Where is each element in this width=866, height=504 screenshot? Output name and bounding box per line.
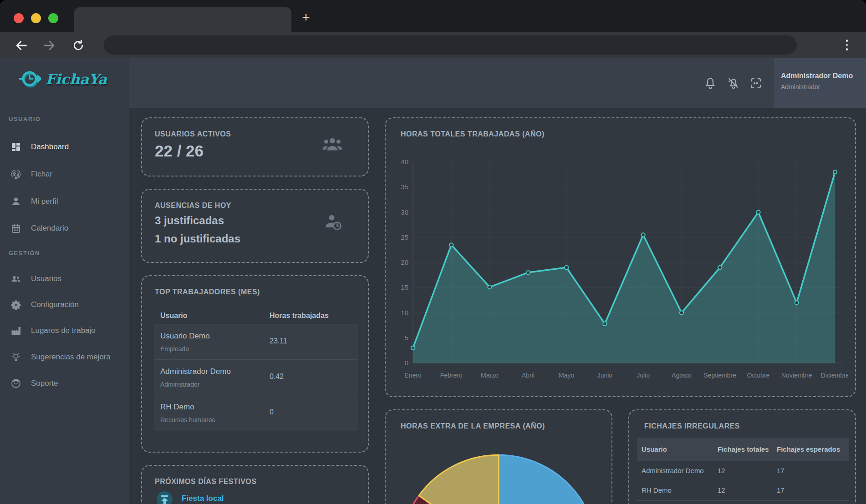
sidebar-item-mi-perfil[interactable]: Mi perfil bbox=[0, 188, 129, 215]
sidebar-item-sugerencias[interactable]: Sugerencias de mejora bbox=[0, 344, 129, 370]
card-horas-totales: HORAS TOTALES TRABAJADAS (AÑO) 051015202… bbox=[385, 117, 856, 397]
svg-text:Noviembre: Noviembre bbox=[781, 372, 812, 379]
dashboard-content: USUARIOS ACTIVOS 22 / 26 AUSENCIAS DE HO… bbox=[129, 108, 866, 504]
app-logo[interactable]: FichaYa bbox=[18, 67, 107, 91]
gear-icon bbox=[10, 299, 21, 310]
table-row: Administrador Demo 12 17 bbox=[637, 461, 849, 481]
sidebar-item-dashboard[interactable]: Dashboard bbox=[0, 134, 129, 160]
person-clock-icon bbox=[324, 213, 343, 231]
logo-text: FichaYa bbox=[46, 71, 107, 87]
svg-text:Octubre: Octubre bbox=[747, 372, 770, 379]
svg-text:Abril: Abril bbox=[522, 372, 535, 379]
table-row: Usuario Demo Empleado 23.11 bbox=[154, 324, 358, 360]
holiday-publish-icon bbox=[157, 491, 173, 504]
user-role: Administrador bbox=[781, 83, 866, 91]
url-bar[interactable] bbox=[104, 35, 797, 55]
browser-toolbar bbox=[0, 32, 866, 58]
sidebar-section-gestion: GESTIÓN bbox=[9, 250, 40, 257]
svg-text:15: 15 bbox=[401, 283, 408, 291]
browser-tab-strip: + bbox=[0, 0, 866, 32]
svg-text:Septiembre: Septiembre bbox=[703, 372, 736, 379]
svg-text:5: 5 bbox=[405, 334, 408, 342]
card-horas-extra: HORAS EXTRA DE LA EMPRESA (AÑO) bbox=[385, 409, 612, 504]
svg-text:Mayo: Mayo bbox=[559, 372, 574, 379]
svg-text:Junio: Junio bbox=[597, 372, 613, 379]
sidebar-item-usuarios[interactable]: Usuarios bbox=[0, 266, 129, 292]
reload-button[interactable] bbox=[72, 39, 85, 52]
card-title: TOP TRABAJADORES (MES) bbox=[155, 288, 260, 296]
back-arrow-icon bbox=[15, 39, 28, 52]
minimize-window-button[interactable] bbox=[31, 13, 41, 23]
close-window-button[interactable] bbox=[14, 13, 24, 23]
svg-text:Agosto: Agosto bbox=[672, 372, 692, 379]
absences-justified: 3 justificadas bbox=[155, 214, 224, 227]
notifications-button[interactable] bbox=[704, 77, 717, 90]
card-usuarios-activos: USUARIOS ACTIVOS 22 / 26 bbox=[141, 117, 369, 176]
card-top-trabajadores: TOP TRABAJADORES (MES) Usuario Horas tra… bbox=[141, 275, 369, 453]
svg-text:30: 30 bbox=[401, 208, 408, 216]
sidebar-item-calendario[interactable]: Calendario bbox=[0, 215, 129, 242]
reload-icon bbox=[72, 39, 85, 52]
line-chart: 0510152025303540EneroFebreroMarzoAbrilMa… bbox=[395, 157, 848, 389]
absences-unjustified: 1 no justificadas bbox=[155, 232, 240, 245]
user-name: Administrador Demo bbox=[781, 72, 866, 80]
maximize-window-button[interactable] bbox=[48, 13, 58, 23]
svg-text:25: 25 bbox=[401, 233, 408, 241]
sidebar-section-usuario: USUARIO bbox=[9, 116, 41, 122]
browser-tab[interactable] bbox=[74, 7, 291, 32]
svg-text:35: 35 bbox=[401, 183, 408, 191]
user-menu[interactable]: Administrador Demo Administrador bbox=[774, 58, 866, 108]
card-title: USUARIOS ACTIVOS bbox=[155, 130, 231, 138]
groups-icon bbox=[322, 136, 343, 154]
holiday-link[interactable]: Fiesta local bbox=[182, 494, 224, 503]
table-row: RH Demo Recursos humanos 0 bbox=[154, 395, 358, 431]
fullscreen-button[interactable] bbox=[749, 77, 762, 90]
person-icon bbox=[10, 196, 21, 207]
column-header-usuario: Usuario bbox=[160, 312, 188, 320]
sidebar-item-lugares[interactable]: Lugares de trabajo bbox=[0, 318, 129, 344]
dashboard-grid-icon bbox=[10, 141, 21, 152]
svg-text:Marzo: Marzo bbox=[481, 372, 499, 379]
traffic-lights bbox=[14, 13, 58, 23]
chart-title: HORAS EXTRA DE LA EMPRESA (AÑO) bbox=[401, 422, 545, 430]
card-dias-festivos: PRÓXIMOS DÍAS FESTIVOS Fiesta local 9/2/… bbox=[141, 465, 369, 504]
svg-text:40: 40 bbox=[401, 158, 408, 166]
pie-chart bbox=[386, 431, 611, 504]
sidebar-item-soporte[interactable]: Soporte bbox=[0, 370, 129, 397]
notifications-off-button[interactable] bbox=[727, 77, 739, 90]
back-button[interactable] bbox=[15, 39, 28, 52]
support-icon bbox=[10, 378, 21, 389]
svg-text:0: 0 bbox=[405, 359, 408, 367]
card-title: AUSENCIAS DE HOY bbox=[155, 202, 231, 210]
app-root: FichaYa USUARIO Dashboard Fichar Mi perf… bbox=[0, 58, 866, 504]
sidebar: FichaYa USUARIO Dashboard Fichar Mi perf… bbox=[0, 58, 129, 504]
sidebar-item-configuracion[interactable]: Configuración bbox=[0, 292, 129, 318]
card-title: PRÓXIMOS DÍAS FESTIVOS bbox=[155, 478, 256, 486]
factory-icon bbox=[10, 325, 21, 336]
card-title: FICHAJES IRREGULARES bbox=[644, 422, 740, 430]
browser-menu-button[interactable] bbox=[842, 38, 851, 52]
forward-button[interactable] bbox=[43, 39, 56, 52]
svg-text:Febrero: Febrero bbox=[440, 372, 463, 379]
svg-text:10: 10 bbox=[401, 309, 408, 317]
clock-logo-icon bbox=[18, 67, 41, 91]
card-fichajes-irregulares: FICHAJES IRREGULARES Usuario Fichajes to… bbox=[628, 409, 856, 504]
top-header: Administrador Demo Administrador bbox=[129, 58, 866, 108]
active-users-value: 22 / 26 bbox=[155, 142, 204, 160]
table-row: RH Demo 12 17 bbox=[637, 481, 849, 501]
chart-title: HORAS TOTALES TRABAJADAS (AÑO) bbox=[401, 130, 545, 138]
svg-text:20: 20 bbox=[401, 258, 408, 266]
sidebar-item-fichar[interactable]: Fichar bbox=[0, 161, 129, 187]
table-row: Usuario Demo 12 17 bbox=[637, 500, 849, 504]
bell-off-icon bbox=[727, 77, 739, 90]
fullscreen-icon bbox=[749, 77, 762, 90]
svg-text:Diciembre: Diciembre bbox=[820, 372, 848, 379]
calendar-icon bbox=[10, 223, 21, 234]
svg-text:Enero: Enero bbox=[404, 372, 422, 379]
new-tab-button[interactable]: + bbox=[298, 10, 314, 25]
bell-icon bbox=[704, 77, 717, 90]
card-ausencias: AUSENCIAS DE HOY 3 justificadas 1 no jus… bbox=[141, 189, 369, 263]
column-header-horas: Horas trabajadas bbox=[270, 312, 329, 320]
browser-window: + FichaYa USUARIO bbox=[0, 0, 866, 504]
forward-arrow-icon bbox=[43, 39, 56, 52]
